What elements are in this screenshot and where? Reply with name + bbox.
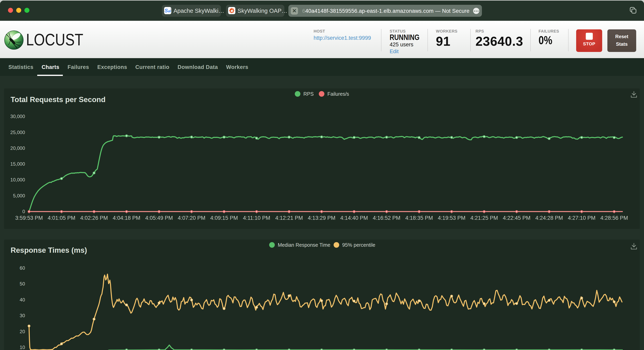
svg-text:Failures/s: Failures/s	[328, 91, 349, 97]
svg-text:4:11:10 PM: 4:11:10 PM	[243, 215, 270, 221]
svg-text:4:12:21 PM: 4:12:21 PM	[275, 215, 303, 221]
svg-text:40: 40	[20, 297, 25, 303]
svg-text:4:19:53 PM: 4:19:53 PM	[438, 215, 466, 221]
svg-text:20,000: 20,000	[10, 146, 25, 151]
svg-text:4:09:15 PM: 4:09:15 PM	[210, 215, 238, 221]
svg-text:30: 30	[20, 313, 25, 318]
svg-text:3:59:53 PM: 3:59:53 PM	[15, 215, 43, 221]
svg-text:10: 10	[20, 345, 25, 350]
svg-text:4:13:29 PM: 4:13:29 PM	[308, 215, 336, 221]
svg-text:Response Times (ms): Response Times (ms)	[10, 246, 87, 254]
svg-text:Total Requests per Second: Total Requests per Second	[10, 96, 106, 104]
svg-text:4:07:20 PM: 4:07:20 PM	[178, 215, 205, 221]
svg-text:95% percentile: 95% percentile	[342, 242, 375, 248]
svg-text:4:27:10 PM: 4:27:10 PM	[568, 215, 595, 221]
svg-text:4:21:25 PM: 4:21:25 PM	[470, 215, 498, 221]
svg-text:5,000: 5,000	[13, 193, 25, 198]
svg-text:4:14:40 PM: 4:14:40 PM	[340, 215, 368, 221]
svg-text:4:02:26 PM: 4:02:26 PM	[80, 215, 108, 221]
svg-text:10,000: 10,000	[10, 177, 25, 182]
svg-text:4:18:35 PM: 4:18:35 PM	[405, 215, 433, 221]
svg-text:15,000: 15,000	[10, 161, 25, 167]
svg-text:20: 20	[20, 329, 25, 334]
svg-text:25,000: 25,000	[10, 130, 25, 135]
svg-text:4:05:49 PM: 4:05:49 PM	[145, 215, 173, 221]
svg-text:4:22:45 PM: 4:22:45 PM	[503, 215, 530, 221]
svg-text:0: 0	[22, 209, 25, 214]
svg-text:4:01:05 PM: 4:01:05 PM	[48, 215, 75, 221]
svg-text:4:24:28 PM: 4:24:28 PM	[535, 215, 563, 221]
svg-text:60: 60	[20, 265, 25, 271]
svg-text:Median Response Time: Median Response Time	[278, 242, 330, 248]
svg-text:50: 50	[20, 281, 25, 287]
svg-text:30,000: 30,000	[10, 114, 25, 119]
svg-text:4:16:52 PM: 4:16:52 PM	[373, 215, 400, 221]
svg-text:RPS: RPS	[304, 91, 314, 97]
svg-text:4:28:56 PM: 4:28:56 PM	[600, 215, 628, 221]
svg-text:4:04:18 PM: 4:04:18 PM	[113, 215, 140, 221]
